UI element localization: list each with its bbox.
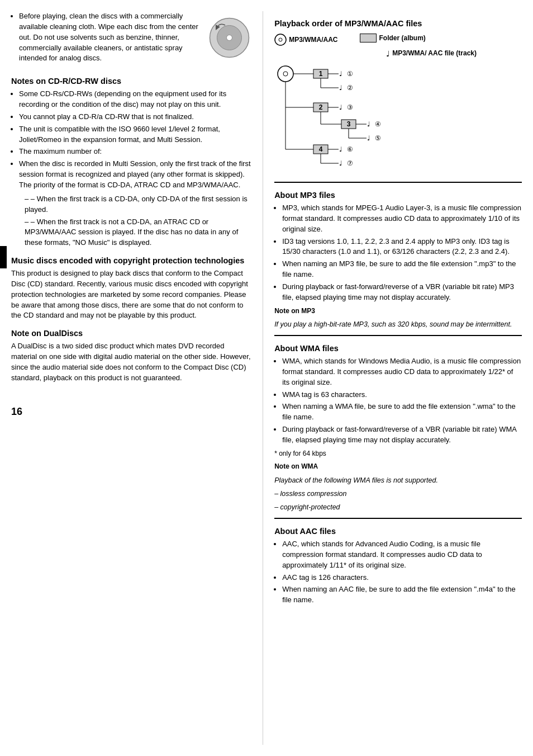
svg-text:♩: ♩: [367, 120, 370, 128]
svg-text:⑦: ⑦: [347, 159, 353, 167]
cd-bullet-0: Some CD-Rs/CD-RWs (depending on the equi…: [19, 89, 251, 110]
file-legend-icon: ♩: [386, 49, 390, 58]
cd-section-title: Notes on CD-R/CD-RW discs: [11, 77, 251, 86]
wma-title: About WMA files: [274, 344, 522, 353]
wma-note-bullet-1: – copyright-protected: [274, 502, 522, 512]
tree-diagram: 1 ♩ ① ♩ ② 2 ♩ ③: [274, 63, 464, 174]
wma-divider: [274, 335, 522, 336]
intro-text: Before playing, clean the discs with a c…: [19, 11, 201, 65]
svg-text:⑤: ⑤: [375, 134, 381, 142]
wma-note-title: Note on WMA: [274, 462, 522, 471]
black-tab: [0, 246, 7, 268]
svg-text:③: ③: [347, 103, 353, 111]
svg-point-3: [275, 34, 286, 45]
copyright-title: Music discs encoded with copyright prote…: [11, 256, 251, 265]
intro-bullet: Before playing, clean the discs with a c…: [19, 11, 201, 64]
mp3-bullet-3: During playback or fast-forward/reverse …: [282, 282, 522, 303]
left-column: Before playing, clean the discs with a c…: [11, 11, 263, 745]
cd-bullets: Some CD-Rs/CD-RWs (depending on the equi…: [19, 89, 251, 191]
wma-bullet-1: WMA tag is 63 characters.: [282, 390, 522, 400]
aac-title: About AAC files: [274, 527, 522, 536]
svg-text:♩: ♩: [339, 84, 342, 92]
svg-text:①: ①: [347, 70, 353, 78]
cd-bullet-3: The maximum number of:: [19, 147, 251, 157]
svg-point-4: [279, 38, 282, 41]
mp3-note-body: If you play a high-bit-rate MP3, such as…: [274, 319, 522, 329]
svg-text:♩: ♩: [339, 145, 342, 153]
cd-session-sub: – When the first track is a CD-DA, only …: [25, 194, 251, 248]
aac-bullets: AAC, which stands for Advanced Audio Cod…: [282, 539, 522, 606]
cd-bullet-2: The unit is compatible with the ISO 9660…: [19, 124, 251, 145]
mp3-divider: [274, 182, 522, 183]
intro-section: Before playing, clean the discs with a c…: [11, 11, 251, 69]
cd-multi-session: When the disc is recorded in Multi Sessi…: [19, 159, 251, 191]
mp3-bullet-1: ID3 tag versions 1.0, 1.1, 2.2, 2.3 and …: [282, 237, 522, 258]
svg-point-5: [278, 66, 293, 82]
dualdisc-title: Note on DualDiscs: [11, 329, 251, 338]
folder-legend-box: [360, 34, 377, 42]
dualdisc-body: A DualDisc is a two sided disc product w…: [11, 341, 251, 383]
mp3-title: About MP3 files: [274, 191, 522, 200]
wma-bullet-2: When naming a WMA file, be sure to add t…: [282, 401, 522, 423]
cd-session-sub-1: – When the first track is not a CD-DA, a…: [25, 217, 251, 249]
wma-note-bullet-0: – lossless compression: [274, 489, 522, 499]
playback-diagram: MP3/WMA/AAC Folder (album) ♩ MP3/WMA/ AA…: [274, 34, 522, 176]
svg-point-6: [283, 72, 288, 76]
mp3-bullets: MP3, which stands for MPEG-1 Audio Layer…: [282, 203, 522, 303]
disc-label: MP3/WMA/AAC: [289, 36, 337, 44]
wma-bullet-3: During playback or fast-forward/reverse …: [282, 424, 522, 446]
folder-legend-label: Folder (album): [379, 34, 425, 42]
aac-divider: [274, 518, 522, 519]
cd-session-sub-0: – When the first track is a CD-DA, only …: [25, 194, 251, 215]
wma-asterisk: * only for 64 kbps: [274, 449, 522, 459]
mp3-bullet-2: When naming an MP3 file, be sure to add …: [282, 259, 522, 280]
mp3-bullet-0: MP3, which stands for MPEG-1 Audio Layer…: [282, 203, 522, 235]
mp3-note-title: Note on MP3: [274, 306, 522, 316]
disc-diagram-icon: [274, 34, 287, 46]
playback-title: Playback order of MP3/WMA/AAC files: [274, 19, 522, 28]
aac-bullet-1: AAC tag is 126 characters.: [282, 573, 522, 583]
copyright-body: This product is designed to play back di…: [11, 268, 251, 321]
wma-bullet-0: WMA, which stands for Windows Media Audi…: [282, 356, 522, 388]
aac-bullet-0: AAC, which stands for Advanced Audio Cod…: [282, 539, 522, 571]
svg-text:♩: ♩: [339, 103, 342, 111]
svg-text:4: 4: [319, 145, 323, 153]
svg-text:♩: ♩: [339, 70, 342, 78]
svg-text:②: ②: [347, 84, 353, 92]
cd-bullet-1: You cannot play a CD-R/a CD-RW that is n…: [19, 112, 251, 122]
disc-image: [207, 11, 251, 69]
svg-text:⑥: ⑥: [347, 145, 353, 153]
wma-note-body: Playback of the following WMA files is n…: [274, 475, 522, 485]
svg-text:1: 1: [319, 70, 323, 78]
svg-text:2: 2: [319, 103, 323, 111]
svg-text:♩: ♩: [367, 134, 370, 142]
svg-text:♩: ♩: [339, 159, 342, 167]
file-legend-label: MP3/WMA/ AAC file (track): [392, 49, 477, 57]
right-column: Playback order of MP3/WMA/AAC files MP3/…: [263, 11, 522, 745]
wma-bullets: WMA, which stands for Windows Media Audi…: [282, 356, 522, 446]
page-number: 16: [11, 406, 251, 418]
svg-text:3: 3: [347, 120, 351, 128]
svg-text:④: ④: [375, 120, 381, 128]
aac-bullet-2: When naming an AAC file, be sure to add …: [282, 584, 522, 606]
svg-point-2: [226, 35, 232, 41]
